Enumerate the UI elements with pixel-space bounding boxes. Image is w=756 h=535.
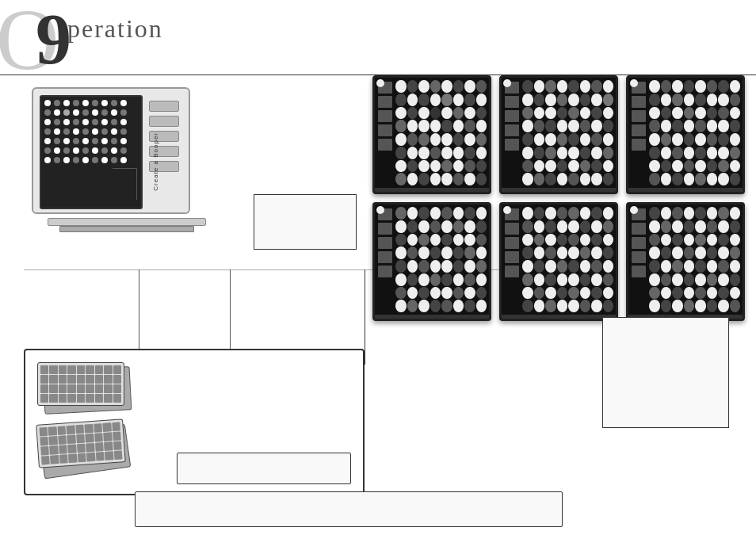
screen-item-3: [626, 75, 745, 194]
device-illustration: Create a Booper: [32, 87, 254, 277]
vertical-line-2: [230, 269, 231, 349]
screen-item-5: [499, 202, 618, 321]
right-annotation-panel: [602, 317, 729, 428]
screen-item-2: [499, 75, 618, 194]
chapter-title: peration: [67, 14, 163, 44]
keyboard-instruction-box: [24, 349, 365, 495]
vertical-line-1: [139, 269, 139, 349]
vertical-line-center: [365, 269, 365, 365]
screens-grid: [372, 75, 745, 321]
screen-item-6: [626, 202, 745, 321]
screen-item-4: [372, 202, 491, 321]
annotation-box-right: [254, 194, 357, 250]
device-label: Create a Booper: [152, 132, 159, 191]
keyboard-inner-text-box: [177, 453, 351, 484]
bottom-annotation-box: [135, 491, 563, 527]
page-header: O 9 peration: [0, 0, 756, 75]
chapter-number: 9: [36, 4, 71, 75]
screen-item-1: [372, 75, 491, 194]
device-body: Create a Booper: [32, 87, 190, 214]
device-screen: [40, 95, 143, 209]
